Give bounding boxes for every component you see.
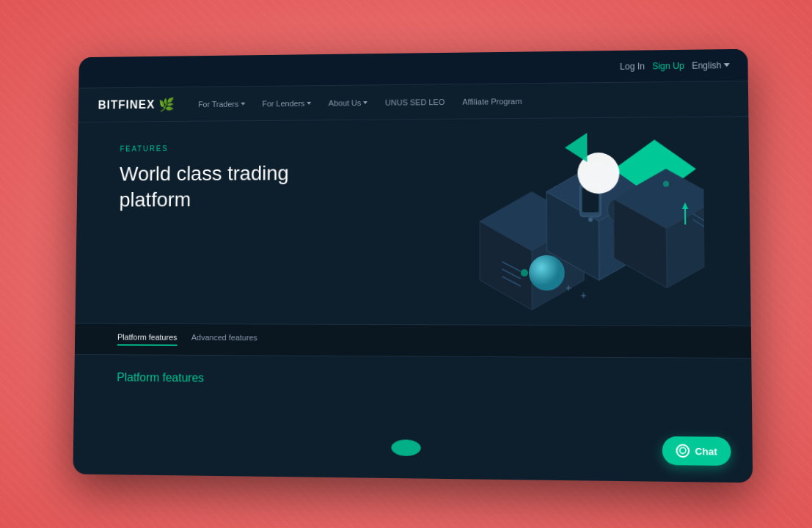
hero-title-line1: World class trading — [119, 162, 288, 186]
logo[interactable]: BITFINEX 🌿 — [98, 96, 174, 112]
login-link[interactable]: Log In — [620, 61, 645, 71]
nav-item-affiliate[interactable]: Affiliate Program — [462, 97, 522, 106]
svg-point-30 — [679, 447, 685, 453]
nav-item-traders[interactable]: For Traders — [198, 99, 245, 108]
platform-section: Platform features — [73, 355, 751, 406]
navbar: BITFINEX 🌿 For Traders For Lenders About… — [78, 81, 748, 122]
decorative-dot — [391, 439, 420, 456]
language-selector[interactable]: English — [692, 60, 730, 71]
language-label: English — [692, 60, 722, 70]
signup-link[interactable]: Sign Up — [652, 60, 684, 70]
tab-platform-label: Platform features — [117, 333, 177, 342]
tabs-bar: Platform features Advanced features — [74, 323, 750, 359]
hero-illustration: + + — [450, 125, 705, 318]
nav-item-lenders[interactable]: For Lenders — [262, 98, 311, 107]
nav-label-traders: For Traders — [198, 99, 238, 108]
about-dropdown-icon — [363, 101, 367, 104]
nav-label-lenders: For Lenders — [262, 99, 304, 108]
traders-dropdown-icon — [241, 102, 245, 105]
browser-window: Log In Sign Up English BITFINEX 🌿 For Tr… — [73, 49, 753, 483]
svg-text:+: + — [580, 290, 586, 301]
nav-item-unus[interactable]: UNUS SED LEO — [384, 98, 444, 107]
svg-text:+: + — [565, 282, 571, 293]
language-dropdown-icon — [723, 63, 729, 67]
lenders-dropdown-icon — [307, 101, 311, 104]
nav-item-about[interactable]: About Us — [328, 98, 367, 107]
auth-buttons: Log In Sign Up English — [620, 60, 730, 72]
tab-platform-features[interactable]: Platform features — [117, 333, 177, 346]
tab-advanced-features[interactable]: Advanced features — [191, 333, 257, 346]
svg-marker-25 — [564, 133, 587, 162]
logo-icon: 🌿 — [158, 96, 173, 112]
chat-icon — [676, 444, 690, 458]
chat-label: Chat — [695, 445, 717, 457]
platform-section-title: Platform features — [117, 371, 706, 389]
chat-button[interactable]: Chat — [662, 436, 731, 466]
hero-title: World class trading platform — [119, 160, 334, 213]
nav-label-unus: UNUS SED LEO — [384, 98, 444, 107]
hero-title-line2: platform — [119, 188, 191, 211]
logo-text: BITFINEX — [98, 98, 155, 111]
hero-section: FEATURES World class trading platform — [75, 117, 750, 326]
tab-advanced-label: Advanced features — [191, 333, 257, 342]
nav-label-about: About Us — [328, 98, 361, 107]
nav-label-affiliate: Affiliate Program — [462, 97, 522, 106]
